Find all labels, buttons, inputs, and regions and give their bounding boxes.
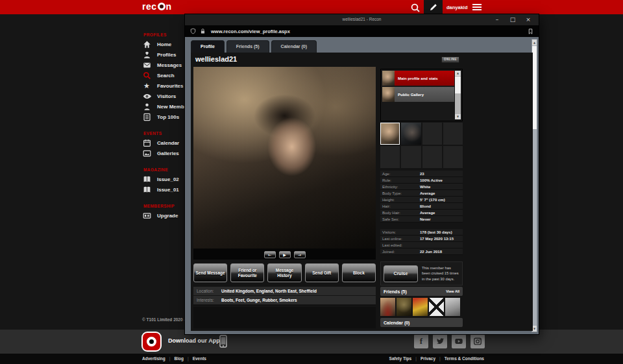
message-history-button[interactable]: Message History	[267, 263, 301, 282]
view-all-link[interactable]: View All	[446, 289, 459, 293]
search-icon[interactable]	[410, 3, 421, 13]
person-icon	[142, 103, 151, 111]
activity-table: Visitors:178 (last 30 days) Last online:…	[380, 229, 463, 255]
scroll-up-arrow[interactable]: ▲	[532, 40, 537, 45]
stats-table: Age:23 Role:100% Active Ethnicity:White …	[380, 171, 463, 223]
friend-thumbnails	[380, 298, 460, 316]
block-button[interactable]: Block	[342, 263, 376, 282]
top-bar: recn danyakid	[0, 0, 623, 14]
social-icons: f	[414, 334, 485, 348]
photo-thumbnail-empty	[443, 146, 463, 168]
profile-tabs: Profile Friends (5) Calendar (0)	[191, 40, 317, 53]
photo-thumbnail-empty	[422, 146, 442, 168]
friend-or-favourite-button[interactable]: Friend or Favourite	[230, 263, 264, 282]
section-main-profile[interactable]: Main profile and stats	[382, 71, 454, 86]
logo-text-pre: rec	[142, 1, 157, 12]
compose-icon[interactable]	[424, 0, 443, 14]
lock-icon	[200, 28, 206, 34]
eye-icon	[142, 92, 151, 101]
twitter-icon[interactable]	[433, 334, 447, 348]
photo-thumbnail-empty	[380, 146, 400, 168]
section-public-gallery[interactable]: Public Gallery	[382, 87, 454, 102]
scroll-down-arrow[interactable]: ▼	[455, 114, 461, 119]
profile-username: wellieslad21	[195, 55, 237, 63]
friend-thumbnail[interactable]	[445, 298, 460, 316]
action-buttons: Send Message Friend or Favourite Message…	[193, 263, 376, 282]
youtube-icon[interactable]	[452, 334, 466, 348]
stat-row: Body Type:Average	[380, 190, 463, 197]
logged-in-username[interactable]: danyakid	[446, 5, 468, 10]
minimize-button[interactable]: –	[489, 14, 505, 25]
stat-row: Hair:Blond	[380, 203, 463, 210]
photo-nav: ← ▶ →	[193, 251, 376, 258]
section-list-scrollbar[interactable]: ▲ ▼	[455, 71, 461, 119]
profile-photo[interactable]	[193, 67, 376, 249]
recon-app-icon[interactable]	[141, 332, 162, 352]
friend-thumbnail[interactable]	[397, 298, 411, 316]
close-button[interactable]: ×	[520, 14, 536, 25]
gallery-section-list: Main profile and stats Public Gallery ▲ …	[380, 69, 463, 121]
activity-row: Last online:17 May 2020 13:15	[380, 236, 463, 242]
facebook-icon[interactable]: f	[414, 334, 428, 348]
search-red-icon	[142, 71, 151, 80]
logo-text-post: n	[166, 1, 172, 12]
location-value: United Kingdom, England, North East, She…	[221, 289, 317, 293]
window-title-bar[interactable]: wellieslad21 - Recon – □ ×	[185, 14, 539, 25]
terms-link[interactable]: Terms & Conditions	[445, 356, 484, 361]
interests-label: Interests:	[197, 298, 218, 302]
stat-row: Height:5' 7" (170 cm)	[380, 197, 463, 203]
location-interests: Location: United Kingdom, England, North…	[193, 287, 376, 306]
photo-thumbnail-empty	[401, 146, 421, 168]
activity-row: Visitors:178 (last 30 days)	[380, 229, 463, 236]
recon-logo[interactable]: recn	[142, 1, 172, 12]
url-text[interactable]: www.recon.com/view_profile.aspx	[211, 29, 290, 34]
site-info-icon[interactable]	[190, 28, 196, 34]
photo-play-button[interactable]: ▶	[279, 251, 291, 258]
blog-link[interactable]: Blog	[174, 356, 183, 361]
photo-prev-button[interactable]: ←	[264, 251, 276, 258]
section-thumbnail	[382, 71, 395, 86]
bookmark-icon[interactable]	[528, 28, 533, 35]
photo-thumbnail[interactable]	[401, 123, 421, 145]
privacy-link[interactable]: Privacy	[421, 356, 435, 361]
scrollbar-thumb[interactable]	[455, 77, 461, 93]
instagram-icon[interactable]	[470, 334, 485, 348]
advertising-link[interactable]: Advertising	[142, 356, 165, 361]
tab-profile[interactable]: Profile	[191, 40, 225, 53]
tab-friends[interactable]: Friends (5)	[226, 40, 269, 53]
scrollbar-thumb[interactable]	[532, 46, 537, 129]
tab-calendar[interactable]: Calendar (0)	[271, 40, 317, 53]
left-column-fill	[193, 307, 376, 328]
interests-row: Interests: Boots, Feet, Gunge, Rubber, S…	[193, 296, 376, 305]
photo-next-button[interactable]: →	[294, 251, 306, 258]
download-app-text[interactable]: Download our App	[168, 337, 220, 344]
location-label: Location:	[197, 289, 218, 293]
stat-row: Ethnicity:White	[380, 184, 463, 190]
photo-viewer: ← ▶ →	[193, 67, 376, 260]
friend-thumbnail[interactable]	[380, 298, 395, 316]
maximize-button[interactable]: □	[505, 14, 520, 25]
friend-thumbnail[interactable]	[413, 298, 428, 316]
footer-links-left: Advertising | Blog | Events	[142, 356, 206, 361]
stat-row: Role:100% Active	[380, 177, 463, 184]
magazine-icon	[142, 175, 151, 184]
stat-row: Age:23	[380, 171, 463, 177]
section-thumbnail	[382, 87, 395, 102]
friend-thumbnail[interactable]	[429, 298, 444, 316]
photo-thumbnail-empty	[443, 123, 463, 145]
safety-tips-link[interactable]: Safety Tips	[389, 356, 412, 361]
menu-icon[interactable]	[472, 4, 482, 12]
cruise-section: Cruise This member has been cruised 15 t…	[380, 261, 463, 285]
screen: recn danyakid PROFILES Home Profiles Mes…	[0, 0, 623, 364]
send-gift-button[interactable]: Send Gift	[305, 263, 339, 282]
cruise-button[interactable]: Cruise	[384, 265, 418, 282]
scroll-down-arrow[interactable]: ▼	[532, 326, 537, 332]
photo-thumbnail-selected[interactable]	[380, 123, 400, 145]
profile-popup-window: wellieslad21 - Recon – □ × www.recon.com…	[185, 14, 539, 334]
events-link[interactable]: Events	[193, 356, 206, 361]
footer-links-right: Safety Tips | Privacy | Terms & Conditio…	[389, 356, 484, 361]
send-message-button[interactable]: Send Message	[193, 263, 227, 282]
scroll-up-arrow[interactable]: ▲	[455, 71, 461, 76]
magazine-icon	[142, 186, 151, 194]
window-title: wellieslad21 - Recon	[185, 17, 539, 21]
